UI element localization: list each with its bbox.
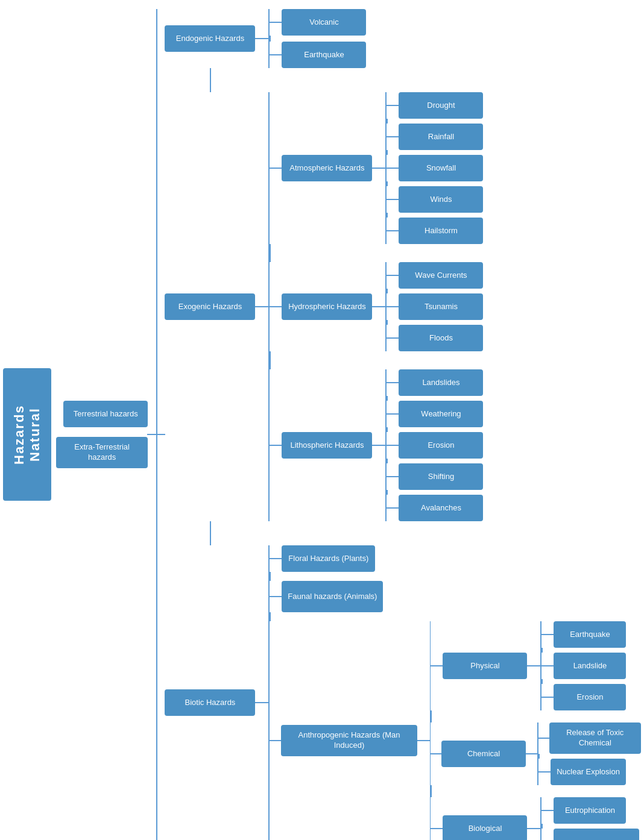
winds-node: Winds [399,186,483,213]
erosion-physical-node: Erosion [554,684,626,710]
shifting-node: Shifting [399,463,483,490]
tsunamis-node: Tsunamis [399,293,483,320]
atmospheric-node: Atmospheric Hazards [282,155,372,181]
lithospheric-node: Lithospheric Hazards [282,432,372,459]
chemical-node: Chemical [441,741,526,767]
extraterrestrial-node: Extra-Terrestrial hazards [56,437,148,468]
floral-node: Floral Hazards (Plants) [282,545,375,572]
hydrospheric-node: Hydrospheric Hazards [282,293,372,320]
earthquake-physical-node: Earthquake [554,621,626,648]
terrestrial-node: Terrestrial hazards [63,401,148,427]
weathering-node: Weathering [399,401,483,427]
snowfall-node: Snowfall [399,155,483,181]
avalanches-node: Avalanches [399,495,483,521]
population-explosion-node: Population Explosion [554,829,639,840]
wavecurrents-node: Wave Currents [399,262,483,289]
biotic-node: Biotic Hazards [165,689,255,716]
landslides-node: Landslides [399,369,483,396]
physical-node: Physical [443,653,527,679]
eutrophication-node: Eutrophication [554,797,626,824]
anthropogenic-node: Anthropogenic Hazards (Man Induced) [281,725,417,756]
earthquake-endogenic-node: Earthquake [282,42,366,68]
hailstorm-node: Hailstorm [399,218,483,244]
landslide-physical-node: Landslide [554,653,626,679]
floods-node: Floods [399,325,483,351]
faunal-node: Faunal hazards (Animals) [282,581,383,612]
drought-node: Drought [399,92,483,119]
biological-node: Biological [443,815,527,840]
endogenic-node: Endogenic Hazards [165,25,255,52]
erosion-litho-node: Erosion [399,432,483,459]
volcanic-node: Volcanic [282,9,366,36]
exogenic-node: Exogenic Hazards [165,293,255,320]
toxic-chemical-node: Release of Toxic Chemical [549,722,641,754]
nuclear-node: Nuclear Explosion [551,759,626,785]
root-label: Natural Hazards [3,368,51,501]
rainfall-node: Rainfall [399,124,483,150]
